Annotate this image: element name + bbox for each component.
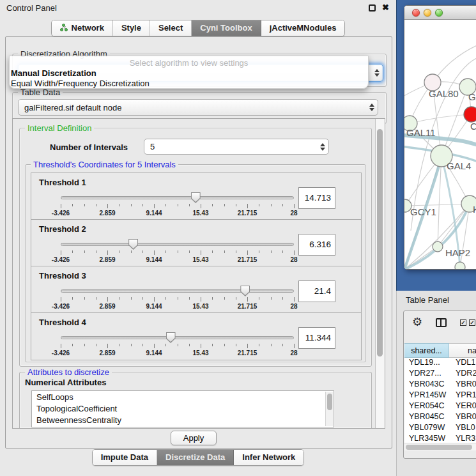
threshold-label: Threshold 1 (39, 178, 86, 187)
tab-jactivemnodules[interactable]: jActiveMNodules (261, 20, 345, 36)
attribute-list-item[interactable]: BetweennessCentrality (32, 414, 334, 426)
cell-name[interactable]: YDR2 (449, 369, 476, 380)
slider-track[interactable] (61, 336, 294, 339)
column-header-shared-name[interactable]: shared... (404, 343, 449, 358)
table-row[interactable]: YBR043CYBR0 (404, 380, 476, 390)
network-node[interactable] (455, 262, 465, 270)
tab-label: Cyni Toolbox (200, 23, 252, 33)
algorithm-popup: Select algorithm to view settings Manual… (9, 56, 369, 89)
gear-icon[interactable]: ⚙ (412, 316, 422, 328)
slider-ticks (61, 344, 294, 349)
tick-label: 21.715 (238, 210, 257, 217)
split-table-icon[interactable] (436, 318, 447, 327)
slider-thumb[interactable] (166, 332, 176, 343)
cell-name[interactable]: YBR0 (449, 412, 476, 423)
cell-shared-name[interactable]: YER054C (404, 401, 449, 412)
table-row[interactable]: YPR145WYPR1 (404, 390, 476, 401)
cell-shared-name[interactable]: YBR045C (404, 412, 449, 423)
checkbox-icon[interactable]: ✓ (469, 319, 475, 326)
table-row[interactable]: YBL079WYBL0 (404, 423, 476, 434)
popup-option-manual-discretization[interactable]: Manual Discretization (11, 68, 96, 78)
tab-impute-data[interactable]: Impute Data (93, 450, 157, 465)
table-horizontal-scrollbar[interactable] (404, 443, 476, 450)
table-data-combobox[interactable]: galFiltered.sif default node (18, 99, 378, 116)
minimize-traffic-light-icon[interactable] (424, 9, 431, 17)
cell-name[interactable]: YER0 (449, 401, 476, 412)
popup-option-equal-width-frequency[interactable]: Equal Width/Frequency Discretization (11, 79, 150, 88)
tab-infer-network[interactable]: Infer Network (234, 450, 303, 465)
cell-shared-name[interactable]: YBL079W (404, 423, 449, 434)
network-node-highlighted[interactable] (464, 107, 476, 122)
slider-track[interactable] (61, 289, 294, 293)
slider-thumb[interactable] (240, 286, 250, 296)
threshold-value-field[interactable]: 21.4 (298, 280, 335, 302)
tab-style[interactable]: Style (113, 20, 150, 36)
cell-name[interactable]: YBR0 (449, 380, 476, 390)
group-title: Table Data (18, 88, 63, 97)
scrollbar-thumb[interactable] (377, 129, 383, 357)
numerical-attributes-list[interactable]: SelfLoopsTopologicalCoefficientBetweenne… (31, 390, 334, 427)
slider-track[interactable] (61, 243, 294, 246)
cell-shared-name[interactable]: YDL19... (404, 358, 449, 369)
tick-label: 9.144 (146, 210, 162, 217)
table-row[interactable]: YDL19...YDL1 (404, 358, 476, 369)
checkbox-icon[interactable]: ✓ (460, 319, 466, 326)
network-canvas[interactable]: GAL80 GA GAL11 C GAL4 GCY1 H HAP2 (404, 20, 476, 270)
cell-name[interactable]: YDL1 (449, 358, 476, 369)
tick-label: 9.144 (146, 349, 162, 357)
threshold-slider[interactable]: -3.4262.8599.14415.4321.71528 (61, 192, 294, 218)
network-node[interactable] (433, 242, 443, 252)
tab-cyni-toolbox[interactable]: Cyni Toolbox (192, 20, 261, 36)
settings-scroll-area: Interval Definition Number of Intervals … (12, 118, 385, 429)
float-window-icon[interactable] (369, 4, 376, 12)
threshold-slider[interactable]: -3.4262.8599.14415.4321.71528 (61, 286, 294, 311)
cell-name[interactable]: YPR1 (449, 390, 476, 401)
scrollbar-thumb[interactable] (406, 445, 472, 450)
combobox-stepper-icon (366, 104, 378, 111)
slider-thumb[interactable] (191, 192, 201, 203)
tab-discretize-data[interactable]: Discretize Data (157, 450, 234, 465)
table-row[interactable]: YDR27...YDR2 (404, 369, 476, 380)
tick-label: 2.859 (99, 256, 115, 263)
number-of-intervals-label: Number of Intervals (50, 142, 128, 152)
bottom-tab-bar: Impute Data Discretize Data Infer Networ… (0, 449, 396, 466)
attribute-list-item[interactable]: SelfLoops (32, 391, 334, 403)
apply-button[interactable]: Apply (171, 431, 217, 445)
tab-select[interactable]: Select (150, 20, 192, 36)
attributes-group: Attributes to discretize Numerical Attri… (19, 372, 372, 428)
network-window-titlebar[interactable] (404, 6, 476, 20)
slider-ticks (61, 297, 294, 302)
threshold-panel: Threshold 2-3.4262.8599.14415.4321.71528… (31, 220, 361, 266)
scrollbar-thumb[interactable] (327, 394, 332, 410)
table-row[interactable]: YER054CYER0 (404, 401, 476, 412)
cell-shared-name[interactable]: YDR27... (404, 369, 449, 380)
close-traffic-light-icon[interactable] (412, 9, 420, 17)
threshold-value-field[interactable]: 6.316 (298, 234, 335, 256)
list-scrollbar[interactable] (325, 392, 333, 426)
attribute-list-item[interactable]: TopologicalCoefficient (32, 403, 334, 414)
node-table: shared... na YDL19...YDL1YDR27...YDR2YBR… (404, 343, 476, 449)
column-header-name[interactable]: na (449, 343, 476, 358)
slider-thumb[interactable] (128, 239, 138, 250)
threshold-value-field[interactable]: 11.344 (298, 327, 335, 349)
settings-scrollbar[interactable] (375, 119, 385, 428)
tab-label: Select (158, 23, 183, 33)
cell-name[interactable]: YBL0 (449, 423, 476, 434)
cell-shared-name[interactable]: YBR043C (404, 380, 449, 390)
threshold-value-field[interactable]: 14.713 (298, 187, 335, 209)
table-row[interactable]: YBR045CYBR0 (404, 412, 476, 423)
threshold-slider[interactable]: -3.4262.8599.14415.4321.71528 (61, 332, 294, 358)
numerical-attributes-label: Numerical Attributes (25, 378, 106, 387)
node-label-gcy1: GCY1 (410, 206, 436, 217)
tab-network[interactable]: Network (52, 20, 113, 36)
tick-label: 15.43 (192, 210, 208, 217)
threshold-panel: Threshold 1-3.4262.8599.14415.4321.71528… (31, 173, 361, 220)
threshold-slider[interactable]: -3.4262.8599.14415.4321.71528 (61, 239, 294, 265)
zoom-traffic-light-icon[interactable] (435, 9, 443, 17)
slider-track[interactable] (61, 196, 294, 199)
close-icon[interactable]: ✖ (382, 3, 389, 12)
tick-label: 2.859 (99, 210, 115, 217)
cell-shared-name[interactable]: YPR145W (404, 390, 449, 401)
node-label-h: H (473, 204, 476, 215)
number-of-intervals-combobox[interactable]: 5 (144, 139, 329, 155)
